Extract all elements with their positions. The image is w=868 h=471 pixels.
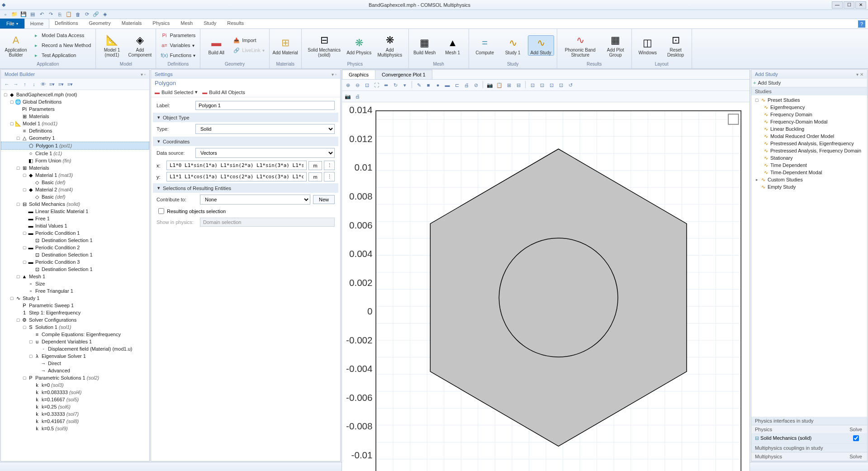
tree-node[interactable]: ▢▬Periodic Condition 1 bbox=[1, 229, 149, 237]
tree-node[interactable]: kk=0.41667 (sol8) bbox=[1, 418, 149, 425]
save-icon[interactable]: 💾 bbox=[20, 11, 27, 18]
add-study-button[interactable]: ∿Add Study bbox=[528, 35, 554, 56]
minimize-button[interactable]: — bbox=[832, 1, 843, 9]
tree-node[interactable]: ▢PParametric Solutions 1 (sol2) bbox=[1, 374, 149, 381]
copy-icon[interactable]: ⎘ bbox=[56, 11, 63, 18]
y-extra-button[interactable]: ⋮ bbox=[324, 172, 335, 181]
tree-node[interactable]: ▢▬Periodic Condition 3 bbox=[1, 258, 149, 266]
help-button[interactable]: ? bbox=[858, 20, 865, 28]
tree-node[interactable]: ◇Basic (def) bbox=[1, 193, 149, 200]
tree-node[interactable]: ≡Compile Equations: Eigenfrequency bbox=[1, 331, 149, 338]
tree-node[interactable]: ▢⊞Materials bbox=[1, 164, 149, 171]
gfx-tool-icon[interactable]: ⊖ bbox=[353, 81, 361, 89]
gfx-tool-icon[interactable]: ⊡ bbox=[557, 81, 565, 89]
model1-button[interactable]: 📐Model 1 (mod1) bbox=[99, 33, 125, 57]
custom-studies-node[interactable]: ▸∿ Custom Studies bbox=[751, 176, 867, 183]
undo-icon[interactable]: ↶ bbox=[38, 11, 45, 18]
refresh-icon[interactable]: ⟳ bbox=[83, 11, 90, 18]
tab-materials[interactable]: Materials bbox=[116, 19, 147, 29]
tree-node[interactable]: ·Displacement field (Material) (mod1.u) bbox=[1, 345, 149, 352]
tree-node[interactable]: ▢◆Material 2 (mat4) bbox=[1, 186, 149, 193]
record-a-new-method-button[interactable]: ▸Record a New Method bbox=[31, 41, 93, 50]
expand-icon[interactable]: ≡▾ bbox=[57, 80, 65, 88]
preset-studies-node[interactable]: ▢∿ Preset Studies bbox=[751, 96, 867, 104]
maximize-button[interactable]: ☐ bbox=[844, 1, 854, 9]
x-expression-input[interactable] bbox=[166, 161, 307, 170]
solve-checkbox[interactable] bbox=[853, 435, 859, 441]
build-all-button[interactable]: ▬Build All bbox=[203, 36, 229, 55]
tree-node[interactable]: ▫Free Triangular 1 bbox=[1, 287, 149, 295]
nav-up-icon[interactable]: ↑ bbox=[21, 80, 29, 88]
x-extra-button[interactable]: ⋮ bbox=[324, 161, 335, 170]
gfx-tool-icon[interactable]: 📷 bbox=[344, 92, 352, 100]
tree-node[interactable]: ▢▬Periodic Condition 2 bbox=[1, 244, 149, 251]
gfx-tool-icon[interactable]: ■ bbox=[424, 81, 432, 89]
tab-mesh[interactable]: Mesh bbox=[175, 19, 198, 29]
tree-node[interactable]: kk=0.083333 (sol4) bbox=[1, 389, 149, 396]
graphics-tab[interactable]: Convergence Plot 1 bbox=[375, 70, 432, 79]
tree-node[interactable]: ▢🌐Global Definitions bbox=[1, 98, 149, 105]
object-type-section[interactable]: ▾ Object Type bbox=[153, 113, 338, 122]
add-plot-group-button[interactable]: ▦Add Plot Group bbox=[602, 33, 629, 57]
gfx-tool-icon[interactable]: ⊘ bbox=[472, 81, 480, 89]
tree-root[interactable]: ▢◆ BandGaphexcell.mph (root) bbox=[1, 91, 149, 98]
link-icon[interactable]: 🔗 bbox=[92, 11, 100, 18]
graphics-tab[interactable]: Graphics bbox=[342, 70, 375, 79]
gfx-tool-icon[interactable]: ● bbox=[434, 81, 442, 89]
study-type-item[interactable]: ∿Linear Buckling bbox=[751, 125, 867, 133]
tree-node[interactable]: kk=0.33333 (sol7) bbox=[1, 410, 149, 418]
add-study-link[interactable]: +Add Study bbox=[753, 80, 781, 86]
gfx-tool-icon[interactable]: 📋 bbox=[495, 81, 503, 89]
import-button[interactable]: 📥Import bbox=[231, 36, 266, 45]
model-data-access-button[interactable]: ▸Model Data Access bbox=[31, 31, 93, 40]
reset-desktop-button[interactable]: ⊡Reset Desktop bbox=[663, 33, 689, 57]
windows-button[interactable]: ◫Windows bbox=[635, 36, 661, 55]
tab-physics[interactable]: Physics bbox=[147, 19, 175, 29]
tree-node[interactable]: ○Circle 1 (c1) bbox=[1, 150, 149, 157]
nav-down-icon[interactable]: ↓ bbox=[30, 80, 38, 88]
study-type-item[interactable]: ∿Prestressed Analysis, Frequency Domain bbox=[751, 147, 867, 154]
tree-node[interactable]: ⊡Destination Selection 1 bbox=[1, 266, 149, 273]
study-type-item[interactable]: ∿Frequency Domain bbox=[751, 111, 867, 118]
gfx-tool-icon[interactable]: ⊡ bbox=[538, 81, 546, 89]
tab-study[interactable]: Study bbox=[198, 19, 222, 29]
phononic-band-button[interactable]: ∿Phononic Band Structure bbox=[560, 33, 601, 57]
tree-node[interactable]: ▢⊟Solid Mechanics (solid) bbox=[1, 200, 149, 208]
redo-icon[interactable]: ↷ bbox=[47, 11, 54, 18]
coordinates-section[interactable]: ▾ Coordinates bbox=[153, 137, 338, 146]
gfx-tool-icon[interactable]: 🖨 bbox=[353, 92, 361, 100]
build-selected-button[interactable]: ▬Build Selected ▾ bbox=[155, 89, 198, 95]
livelink-button[interactable]: 🔗LiveLink ▾ bbox=[231, 46, 266, 55]
gfx-tool-icon[interactable]: ⊡ bbox=[528, 81, 536, 89]
gfx-tool-icon[interactable]: ↻ bbox=[391, 81, 399, 89]
empty-study-node[interactable]: ∿ Empty Study bbox=[751, 183, 867, 190]
mesh1-button[interactable]: ▲Mesh 1 bbox=[440, 36, 466, 55]
parameters-button[interactable]: PiParameters bbox=[159, 31, 197, 40]
close-button[interactable]: ✕ bbox=[855, 1, 866, 9]
nav-back-icon[interactable]: ← bbox=[3, 80, 11, 88]
tree-node[interactable]: ▢SSolution 1 (sol1) bbox=[1, 324, 149, 331]
study1-button[interactable]: ∿Study 1 bbox=[500, 36, 526, 55]
tree-node[interactable]: ▢▲Mesh 1 bbox=[1, 273, 149, 280]
tab-home[interactable]: Home bbox=[24, 19, 49, 29]
build-mesh-button[interactable]: ▦Build Mesh bbox=[412, 36, 438, 55]
tree-node[interactable]: ▬Free 1 bbox=[1, 215, 149, 222]
tree-node[interactable]: ▢uDependent Variables 1 bbox=[1, 338, 149, 345]
add-multiphysics-button[interactable]: ❋Add Multiphysics bbox=[374, 33, 406, 57]
tree-node[interactable]: ▬Linear Elastic Material 1 bbox=[1, 208, 149, 215]
tree-node[interactable]: kk=0.25 (sol6) bbox=[1, 403, 149, 410]
gfx-tool-icon[interactable]: ⊡ bbox=[547, 81, 555, 89]
collapse-icon[interactable]: ≡▾ bbox=[48, 80, 56, 88]
tree-node[interactable]: ≡Definitions bbox=[1, 127, 149, 134]
y-expression-input[interactable] bbox=[166, 172, 307, 181]
study-type-item[interactable]: ∿Eigenfrequency bbox=[751, 104, 867, 111]
contribute-select[interactable]: None bbox=[200, 195, 310, 205]
tree-node[interactable]: kk=0.5 (sol9) bbox=[1, 425, 149, 432]
tree-node[interactable]: ⬠Polygon 1 (pol1) bbox=[1, 142, 149, 150]
tree-node[interactable]: ⊞Materials bbox=[1, 113, 149, 120]
gfx-tool-icon[interactable]: ⛶ bbox=[372, 81, 380, 89]
tree-node[interactable]: ▬Initial Values 1 bbox=[1, 222, 149, 229]
study-type-item[interactable]: ∿Time Dependent bbox=[751, 162, 867, 169]
functions-button[interactable]: f(x)Functions ▾ bbox=[159, 51, 197, 60]
tree-node[interactable]: ◇Basic (def) bbox=[1, 179, 149, 186]
